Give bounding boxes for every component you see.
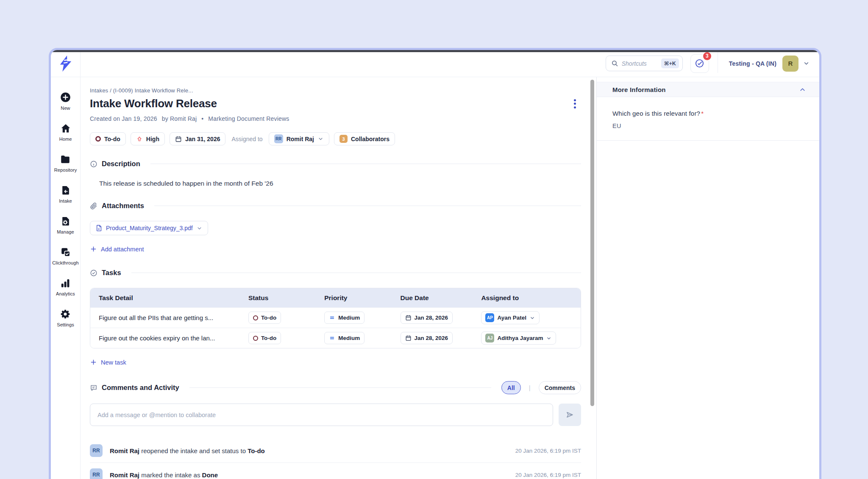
sidebar-item-clickthrough[interactable]: Clickthrough [52, 247, 78, 265]
task-assignee-chip[interactable]: APAyan Patel [481, 311, 540, 324]
panel-title: More Information [612, 86, 666, 93]
approvals-notification-button[interactable]: 3 [690, 54, 709, 73]
activity-text: Romit Raj marked the intake as Done [110, 471, 218, 479]
priority-high-icon [136, 136, 143, 142]
calendar-icon [405, 335, 412, 341]
plus-icon [90, 245, 97, 253]
status-todo-icon [253, 315, 258, 320]
activity-item: RR Romit Raj reopened the intake and set… [90, 439, 581, 463]
info-circle-icon [90, 160, 97, 168]
calendar-icon [175, 136, 182, 142]
sidebar-item-new[interactable]: New [60, 92, 71, 111]
task-priority-chip[interactable]: Medium [324, 332, 364, 344]
status-chip[interactable]: To-do [90, 132, 126, 145]
task-due-chip[interactable]: Jan 28, 2026 [401, 332, 453, 344]
activity-timestamp: 20 Jan 2026, 6:19 pm IST [515, 472, 581, 478]
created-date: Created on Jan 19, 2026 [90, 115, 157, 122]
sidebar: New Home Repository Intake [51, 77, 81, 479]
breadcrumb-intakes-link[interactable]: Intakes [90, 87, 108, 94]
sidebar-item-repository[interactable]: Repository [54, 154, 77, 173]
chevron-down-icon [529, 315, 535, 321]
new-task-button[interactable]: New task [90, 359, 126, 366]
task-row[interactable]: Figure out the cookies expiry on the lan… [90, 328, 581, 348]
calendar-icon [405, 315, 412, 321]
add-attachment-button[interactable]: Add attachment [90, 245, 144, 253]
assignee-chip[interactable]: RR Romit Raj [269, 132, 329, 145]
priority-medium-icon [329, 315, 335, 321]
activity-item: RR Romit Raj marked the intake as Done 2… [90, 463, 581, 479]
lightning-bolt-icon [58, 56, 73, 72]
plus-circle-icon [60, 92, 71, 103]
activity-feed: RR Romit Raj reopened the intake and set… [90, 439, 581, 479]
chevron-down-icon [196, 225, 203, 231]
status-todo-icon [253, 336, 258, 341]
tasks-heading: Tasks [102, 269, 121, 277]
comment-icon [90, 384, 97, 392]
app-window: Shortcuts ⌘+K 3 Testing - QA (IN) R [49, 48, 821, 479]
priority-chip[interactable]: High [131, 132, 165, 145]
collapse-panel-button[interactable] [798, 86, 807, 94]
more-information-header: More Information [597, 82, 819, 97]
due-date-chip[interactable]: Jan 31, 2026 [170, 132, 226, 145]
intake-meta: Created on Jan 19, 2026 by Romit Raj • M… [90, 115, 581, 122]
layers-check-icon [60, 247, 71, 258]
task-priority-chip[interactable]: Medium [324, 312, 364, 324]
collaborators-chip[interactable]: 3 Collaborators [334, 132, 395, 145]
send-comment-button[interactable] [559, 404, 581, 426]
task-row[interactable]: Figure out all the PIIs that are getting… [90, 307, 581, 328]
activity-avatar: RR [90, 444, 103, 457]
task-check-icon [90, 269, 97, 277]
sidebar-item-intake[interactable]: Intake [59, 185, 72, 203]
activity-text: Romit Raj reopened the intake and set st… [110, 447, 265, 454]
filter-comments-button[interactable]: Comments [539, 381, 581, 394]
priority-medium-icon [329, 335, 335, 341]
main-content: Intakes / (I-0009) Intake Workflow Rele.… [81, 77, 596, 479]
activity-timestamp: 20 Jan 2026, 6:19 pm IST [515, 448, 581, 454]
file-arrow-icon [60, 185, 71, 196]
bar-chart-icon [60, 278, 71, 289]
column-task-detail: Task Detail [90, 294, 240, 302]
column-priority: Priority [316, 294, 392, 302]
chevron-down-icon [546, 335, 552, 341]
filter-all-button[interactable]: All [501, 381, 521, 394]
task-status-chip[interactable]: To-do [248, 312, 281, 324]
description-heading: Description [102, 160, 140, 168]
field-answer: EU [612, 123, 807, 129]
app-logo [51, 50, 81, 77]
column-status: Status [240, 294, 316, 302]
required-asterisk: * [701, 110, 704, 117]
activity-avatar: RR [90, 468, 103, 479]
search-placeholder: Shortcuts [622, 60, 658, 67]
comment-input[interactable] [90, 404, 553, 426]
account-menu[interactable]: Testing - QA (IN) R [718, 56, 810, 72]
more-options-button[interactable] [572, 97, 578, 110]
sidebar-item-analytics[interactable]: Analytics [56, 278, 75, 296]
attachments-heading: Attachments [102, 202, 144, 210]
sidebar-item-home[interactable]: Home [59, 123, 72, 142]
file-gear-icon [60, 216, 71, 227]
keyboard-shortcut-badge: ⌘+K [661, 58, 679, 68]
sidebar-item-manage[interactable]: Manage [57, 216, 74, 234]
search-icon [611, 60, 618, 67]
chevron-up-icon [798, 86, 807, 94]
created-by: by Romit Raj [162, 115, 197, 122]
assigned-to-label: Assigned to [231, 136, 262, 142]
chevron-down-icon [803, 60, 810, 67]
plus-icon [90, 359, 97, 366]
panel-field: Which geo is this relevant for?* EU [597, 97, 819, 141]
page-title: Intake Workflow Release [90, 97, 217, 110]
attachment-file-chip[interactable]: Product_Maturity_Strategy_3.pdf [90, 221, 208, 235]
workspace-name: Testing - QA (IN) [729, 60, 776, 67]
description-text: This release is scheduled to happen in t… [99, 180, 581, 187]
task-status-chip[interactable]: To-do [248, 332, 281, 344]
sidebar-item-settings[interactable]: Settings [57, 309, 74, 327]
user-avatar: R [782, 56, 798, 72]
status-todo-icon [95, 136, 101, 142]
notification-count-badge: 3 [702, 51, 712, 61]
vertical-scrollbar[interactable] [590, 80, 594, 406]
assignee-avatar: RR [274, 134, 283, 143]
task-assignee-chip[interactable]: AJAdithya Jayaram [481, 331, 556, 345]
task-due-chip[interactable]: Jan 28, 2026 [401, 312, 453, 324]
search-input[interactable]: Shortcuts ⌘+K [606, 56, 683, 71]
collaborators-count-badge: 3 [339, 135, 348, 143]
